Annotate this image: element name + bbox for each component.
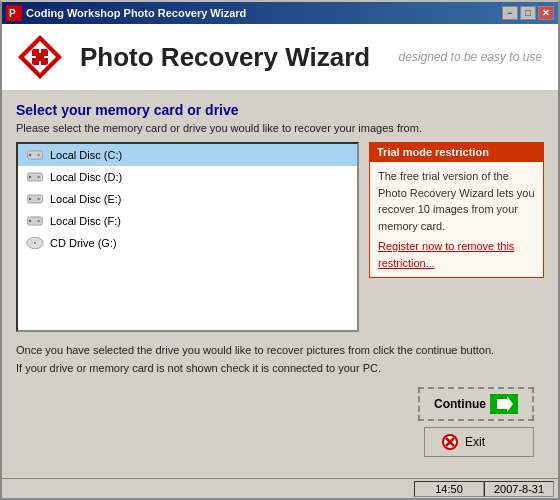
- app-body: Select your memory card or drive Please …: [2, 92, 558, 498]
- status-bar: 14:50 2007-8-31: [2, 478, 558, 498]
- svg-point-12: [29, 154, 31, 156]
- trial-register-link[interactable]: Register now to remove this restriction.…: [378, 238, 535, 271]
- drive-label: Local Disc (E:): [50, 193, 122, 205]
- drive-label: CD Drive (G:): [50, 237, 117, 249]
- main-window: P Coding Workshop Photo Recovery Wizard …: [0, 0, 560, 500]
- drive-item[interactable]: CD Drive (G:): [18, 232, 357, 254]
- arrow-right-icon: [495, 396, 513, 412]
- svg-marker-25: [497, 396, 513, 412]
- app-title-icon: P: [6, 5, 22, 21]
- drive-item[interactable]: Local Disc (E:): [18, 188, 357, 210]
- status-date: 2007-8-31: [484, 481, 554, 497]
- drive-label: Local Disc (F:): [50, 215, 121, 227]
- svg-rect-14: [37, 176, 39, 178]
- svg-text:P: P: [9, 8, 16, 19]
- exit-button[interactable]: Exit: [424, 427, 534, 457]
- title-bar: P Coding Workshop Photo Recovery Wizard …: [2, 2, 558, 24]
- app-header: Photo Recovery Wizard designed to be eas…: [2, 24, 558, 92]
- drive-item[interactable]: Local Disc (C:): [18, 144, 357, 166]
- drive-list[interactable]: Local Disc (C:) Local Disc (D:) Local Di…: [16, 142, 359, 332]
- continue-label: Continue: [434, 397, 486, 411]
- footer-text: Once you have selected the drive you wou…: [16, 342, 544, 377]
- svg-rect-20: [37, 220, 39, 222]
- drive-icon: [26, 214, 44, 228]
- section-title: Select your memory card or drive: [16, 102, 544, 118]
- drive-icon: [26, 192, 44, 206]
- footer-line1: Once you have selected the drive you wou…: [16, 342, 544, 360]
- svg-rect-17: [37, 198, 39, 200]
- buttons-area: Continue Exit: [16, 387, 544, 457]
- section-description: Please select the memory card or drive y…: [16, 122, 544, 134]
- trial-box: Trial mode restriction The free trial ve…: [369, 142, 544, 332]
- drive-icon: [26, 148, 44, 162]
- continue-arrow-icon: [490, 394, 518, 414]
- close-button[interactable]: ✕: [538, 6, 554, 20]
- svg-point-18: [29, 198, 31, 200]
- svg-point-15: [29, 176, 31, 178]
- content-area: Local Disc (C:) Local Disc (D:) Local Di…: [16, 142, 544, 332]
- trial-body-text: The free trial version of the Photo Reco…: [378, 170, 535, 232]
- continue-button[interactable]: Continue: [418, 387, 534, 421]
- header-logo: [14, 31, 66, 83]
- drive-icon: [26, 236, 44, 250]
- drive-item[interactable]: Local Disc (F:): [18, 210, 357, 232]
- trial-body: The free trial version of the Photo Reco…: [369, 162, 544, 278]
- title-controls: − □ ✕: [502, 6, 554, 20]
- svg-rect-11: [37, 154, 39, 156]
- svg-point-21: [29, 220, 31, 222]
- footer-line2: If your drive or memory card is not show…: [16, 360, 544, 378]
- maximize-button[interactable]: □: [520, 6, 536, 20]
- svg-point-24: [34, 242, 36, 244]
- app-name: Photo Recovery Wizard: [80, 42, 370, 73]
- drive-icon: [26, 170, 44, 184]
- exit-icon: [441, 433, 459, 451]
- drive-label: Local Disc (D:): [50, 171, 122, 183]
- title-bar-left: P Coding Workshop Photo Recovery Wizard: [6, 5, 246, 21]
- status-time: 14:50: [414, 481, 484, 497]
- minimize-button[interactable]: −: [502, 6, 518, 20]
- title-text: Coding Workshop Photo Recovery Wizard: [26, 7, 246, 19]
- trial-header: Trial mode restriction: [369, 142, 544, 162]
- header-subtitle: designed to be easy to use: [399, 50, 542, 64]
- drive-item[interactable]: Local Disc (D:): [18, 166, 357, 188]
- drive-label: Local Disc (C:): [50, 149, 122, 161]
- exit-label: Exit: [465, 435, 485, 449]
